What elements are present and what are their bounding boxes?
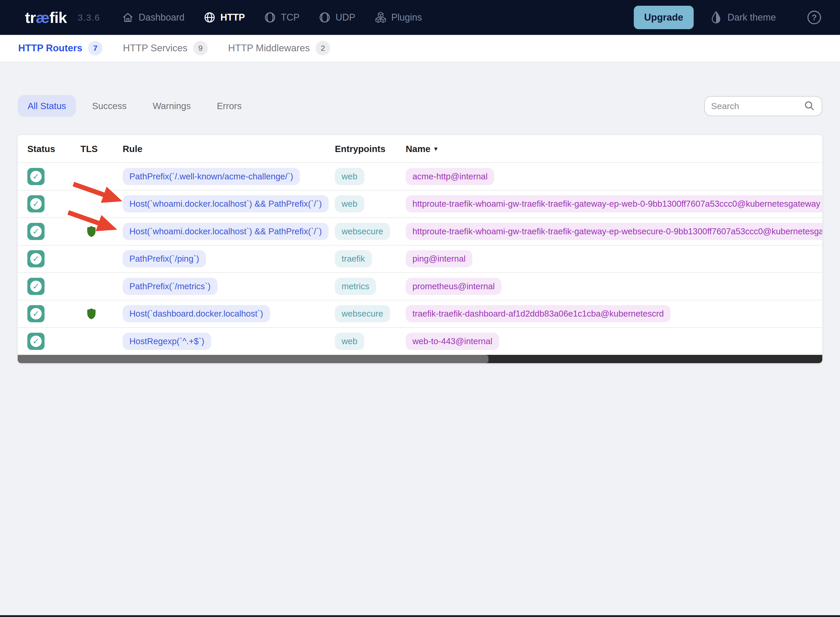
subnav-item-http-services[interactable]: HTTP Services 9 <box>123 41 208 55</box>
nav-item-udp[interactable]: UDP <box>319 12 355 24</box>
nav-item-plugins[interactable]: Plugins <box>375 12 422 24</box>
filter-row: All StatusSuccessWarningsErrors <box>18 95 822 117</box>
count-badge: 2 <box>316 41 330 55</box>
table-row[interactable]: ✓ Host(`whoami.docker.localhost`) && Pat… <box>18 217 822 245</box>
version-label: 3.3.6 <box>78 12 100 23</box>
nav-item-http[interactable]: HTTP <box>204 12 245 24</box>
filter-tab-success[interactable]: Success <box>82 95 136 117</box>
rule-pill: PathPrefix(`/metrics`) <box>123 278 217 295</box>
name-pill: traefik-traefik-dashboard-af1d2ddb83a06e… <box>406 305 670 322</box>
table-header: StatusTLSRuleEntrypointsName▾ <box>18 135 822 162</box>
nav-item-label: HTTP <box>220 12 245 23</box>
rule-pill: Host(`whoami.docker.localhost`) && PathP… <box>123 223 329 240</box>
rule-pill: HostRegexp(`^.+$`) <box>123 333 211 350</box>
udp-icon <box>319 12 331 24</box>
contrast-drop-icon <box>710 11 722 24</box>
column-header-entrypoints[interactable]: Entrypoints <box>335 144 406 154</box>
upgrade-button[interactable]: Upgrade <box>634 6 694 29</box>
column-header-rule[interactable]: Rule <box>123 144 335 154</box>
resource-subnav: HTTP Routers 7 HTTP Services 9 HTTP Midd… <box>0 35 840 62</box>
name-pill: httproute-traefik-whoami-gw-traefik-trae… <box>406 195 822 213</box>
table-row[interactable]: ✓ PathPrefix(`/ping`) traefik ping@inter… <box>18 245 822 273</box>
nav-item-label: Plugins <box>391 12 422 23</box>
filter-tab-all-status[interactable]: All Status <box>18 95 76 117</box>
plugins-icon <box>375 12 387 24</box>
table-row[interactable]: ✓ Host(`dashboard.docker.localhost`) web… <box>18 300 822 328</box>
horizontal-scrollbar-thumb[interactable] <box>18 355 489 363</box>
rule-pill: Host(`dashboard.docker.localhost`) <box>123 305 270 322</box>
nav-item-label: Dashboard <box>139 12 185 23</box>
status-success-icon: ✓ <box>27 195 44 213</box>
tls-shield-icon <box>87 308 96 320</box>
entrypoint-pill: web <box>335 333 364 350</box>
svg-text:?: ? <box>812 13 816 22</box>
name-pill: httproute-traefik-whoami-gw-traefik-trae… <box>406 223 822 240</box>
filter-tab-errors[interactable]: Errors <box>207 95 251 117</box>
status-success-icon: ✓ <box>27 250 44 267</box>
sort-desc-icon: ▾ <box>434 145 437 153</box>
theme-toggle[interactable]: Dark theme <box>710 11 776 24</box>
entrypoint-pill: web <box>335 168 364 185</box>
entrypoint-pill: websecure <box>335 305 390 322</box>
search-box[interactable] <box>704 96 822 116</box>
name-pill: prometheus@internal <box>406 278 502 295</box>
routers-table-card: StatusTLSRuleEntrypointsName▾ ✓ PathPref… <box>18 135 822 363</box>
globe-icon <box>204 12 216 24</box>
horizontal-scrollbar-track[interactable] <box>18 355 822 363</box>
traefik-logo: træfik <box>25 9 67 27</box>
table-body: ✓ PathPrefix(`/.well-known/acme-challeng… <box>18 162 822 355</box>
subnav-item-http-middlewares[interactable]: HTTP Middlewares 2 <box>228 41 330 55</box>
top-navbar: træfik 3.3.6 Dashboard HTTP TCP UDP Plug… <box>0 0 840 35</box>
status-success-icon: ✓ <box>27 305 44 322</box>
rule-pill: PathPrefix(`/.well-known/acme-challenge/… <box>123 168 300 185</box>
count-badge: 7 <box>88 41 103 55</box>
name-pill: ping@internal <box>406 250 472 267</box>
bottom-edge-strip <box>0 615 840 617</box>
tls-shield-icon <box>87 226 96 238</box>
status-success-icon: ✓ <box>27 168 44 185</box>
name-pill: web-to-443@internal <box>406 333 499 350</box>
rule-pill: Host(`whoami.docker.localhost`) && PathP… <box>123 195 329 213</box>
search-icon <box>803 100 815 112</box>
help-icon[interactable]: ? <box>807 10 822 25</box>
column-header-status[interactable]: Status <box>27 144 80 154</box>
nav-item-tcp[interactable]: TCP <box>264 12 300 24</box>
status-success-icon: ✓ <box>27 278 44 295</box>
subnav-item-http-routers[interactable]: HTTP Routers 7 <box>18 41 103 55</box>
table-row[interactable]: ✓ PathPrefix(`/metrics`) metrics prometh… <box>18 272 822 300</box>
entrypoint-pill: metrics <box>335 278 376 295</box>
table-row[interactable]: ✓ HostRegexp(`^.+$`) web web-to-443@inte… <box>18 327 822 355</box>
entrypoint-pill: traefik <box>335 250 372 267</box>
nav-item-label: UDP <box>335 12 355 23</box>
name-pill: acme-http@internal <box>406 168 494 185</box>
entrypoint-pill: websecure <box>335 223 390 240</box>
status-filter-tabs: All StatusSuccessWarningsErrors <box>18 95 251 117</box>
count-badge: 9 <box>193 41 208 55</box>
status-success-icon: ✓ <box>27 223 44 240</box>
home-icon <box>122 12 134 24</box>
primary-nav: Dashboard HTTP TCP UDP Plugins <box>122 12 422 24</box>
column-header-name[interactable]: Name▾ <box>406 144 822 154</box>
tcp-icon <box>264 12 276 24</box>
subnav-item-label: HTTP Services <box>123 43 187 54</box>
subnav-item-label: HTTP Middlewares <box>228 43 310 54</box>
subnav-item-label: HTTP Routers <box>18 43 82 54</box>
column-header-tls[interactable]: TLS <box>80 144 123 154</box>
nav-item-dashboard[interactable]: Dashboard <box>122 12 185 24</box>
entrypoint-pill: web <box>335 195 364 213</box>
filter-tab-warnings[interactable]: Warnings <box>143 95 201 117</box>
navbar-right: Upgrade Dark theme ? <box>634 6 822 29</box>
theme-toggle-label: Dark theme <box>728 12 776 23</box>
rule-pill: PathPrefix(`/ping`) <box>123 250 206 267</box>
search-input[interactable] <box>711 101 803 111</box>
nav-item-label: TCP <box>281 12 300 23</box>
table-row[interactable]: ✓ PathPrefix(`/.well-known/acme-challeng… <box>18 162 822 190</box>
table-row[interactable]: ✓ Host(`whoami.docker.localhost`) && Pat… <box>18 190 822 218</box>
status-success-icon: ✓ <box>27 333 44 350</box>
